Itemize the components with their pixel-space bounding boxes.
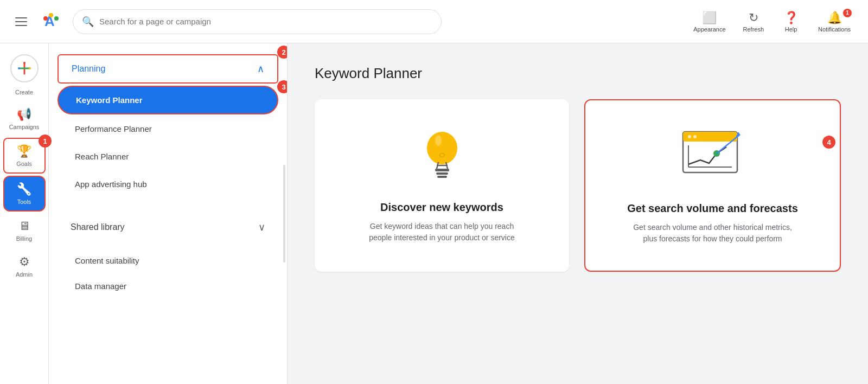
svg-point-8 — [29, 67, 31, 69]
sidebar-tools-label: Tools — [17, 199, 31, 205]
notification-badge: 1 — [843, 9, 852, 17]
svg-point-21 — [693, 135, 697, 138]
billing-icon: 🖥 — [18, 219, 30, 233]
content-area: 4 Keyword Planner — [288, 43, 868, 384]
data-manager-label: Data manager — [75, 281, 126, 291]
campaigns-icon: 📢 — [17, 107, 31, 121]
notifications-button[interactable]: 🔔 1 Notifications — [812, 8, 857, 36]
search-volume-desc: Get search volume and other historical m… — [631, 222, 794, 245]
sidebar-item-tools[interactable]: 🔧 Tools — [3, 176, 46, 212]
app-advertising-label: App advertising hub — [75, 180, 147, 189]
svg-point-3 — [49, 13, 53, 17]
planning-label: Planning — [72, 64, 105, 74]
planning-chevron-up-icon: ∧ — [257, 63, 264, 75]
create-label: Create — [15, 89, 33, 95]
planning-section: Planning ∧ Keyword Planner Performance P… — [49, 43, 287, 203]
svg-point-20 — [688, 135, 691, 138]
sidebar-item-admin[interactable]: ⚙ Admin — [3, 249, 46, 283]
nav-item-app-advertising[interactable]: App advertising hub — [58, 171, 278, 197]
create-icon — [10, 54, 39, 82]
nav-panel: 2 3 Planning ∧ Keyword Planner Performan… — [49, 43, 288, 384]
sidebar-item-goals[interactable]: 🏆 Goals — [3, 138, 46, 174]
discover-keywords-card[interactable]: Discover new keywords Get keyword ideas … — [315, 99, 569, 272]
sidebar-admin-label: Admin — [16, 271, 33, 278]
topbar: A 🔍 ⬜ Appearance ↻ Refresh ❓ Help 🔔 1 No… — [0, 0, 868, 43]
sidebar-campaigns-label: Campaigns — [9, 124, 40, 130]
scrollbar-track[interactable] — [283, 165, 285, 263]
chart-icon — [678, 126, 748, 188]
goals-icon: 🏆 — [17, 144, 31, 158]
shared-library-section: Shared library ∨ — [49, 203, 287, 247]
sidebar: 1 Create 📢 Campaigns 🏆 Goals — [0, 43, 49, 384]
nav-item-reach-planner[interactable]: Reach Planner — [58, 143, 278, 170]
main-layout: 1 Create 📢 Campaigns 🏆 Goals — [0, 43, 868, 384]
create-button[interactable]: Create — [3, 50, 46, 100]
nav-data-manager[interactable]: Data manager — [58, 274, 278, 298]
refresh-label: Refresh — [743, 26, 764, 33]
svg-rect-15 — [435, 169, 449, 171]
svg-point-4 — [54, 16, 59, 21]
hamburger-menu[interactable] — [11, 13, 31, 30]
tools-icon: 🔧 — [17, 182, 31, 196]
search-input[interactable] — [99, 17, 432, 26]
svg-point-9 — [18, 67, 20, 69]
nav-content-suitability[interactable]: Content suitability — [58, 248, 278, 273]
shared-library-header[interactable]: Shared library ∨ — [58, 214, 278, 241]
page-title: Keyword Planner — [315, 65, 841, 82]
sidebar-billing-label: Billing — [16, 235, 32, 242]
performance-planner-label: Performance Planner — [75, 124, 152, 133]
nav-item-performance-planner[interactable]: Performance Planner — [58, 116, 278, 142]
refresh-icon: ↻ — [749, 11, 758, 25]
help-button[interactable]: ❓ Help — [775, 8, 807, 36]
keyword-planner-label: Keyword Planner — [76, 95, 143, 105]
admin-icon: ⚙ — [19, 255, 30, 269]
google-ads-logo: A — [40, 11, 62, 33]
appearance-icon: ⬜ — [702, 11, 717, 25]
shared-library-chevron-down-icon: ∨ — [258, 221, 265, 233]
topbar-left: A — [11, 11, 62, 33]
help-label: Help — [785, 26, 797, 33]
search-bar[interactable]: 🔍 — [73, 9, 442, 34]
notifications-label: Notifications — [818, 26, 851, 33]
planning-section-header[interactable]: Planning ∧ — [58, 54, 278, 84]
svg-rect-17 — [437, 176, 447, 178]
cards-row: Discover new keywords Get keyword ideas … — [315, 99, 841, 272]
svg-point-2 — [43, 16, 48, 21]
search-volume-title: Get search volume and forecasts — [627, 201, 798, 215]
sidebar-goals-label: Goals — [16, 161, 32, 167]
appearance-button[interactable]: ⬜ Appearance — [687, 8, 732, 36]
shared-library-label: Shared library — [71, 222, 125, 232]
appearance-label: Appearance — [693, 26, 725, 33]
notifications-icon: 🔔 — [827, 11, 842, 25]
lightbulb-icon — [418, 125, 467, 187]
svg-point-11 — [435, 135, 442, 146]
discover-keywords-desc: Get keyword ideas that can help you reac… — [361, 221, 524, 244]
svg-rect-16 — [436, 172, 448, 175]
sidebar-item-billing[interactable]: 🖥 Billing — [3, 214, 46, 247]
svg-point-10 — [427, 132, 457, 164]
content-suitability-label: Content suitability — [75, 256, 139, 265]
reach-planner-label: Reach Planner — [75, 152, 129, 161]
nav-item-keyword-planner[interactable]: Keyword Planner — [58, 86, 278, 114]
help-icon: ❓ — [784, 11, 799, 25]
svg-point-7 — [23, 62, 25, 64]
discover-keywords-title: Discover new keywords — [380, 200, 503, 214]
refresh-button[interactable]: ↻ Refresh — [737, 8, 771, 36]
sidebar-item-campaigns[interactable]: 📢 Campaigns — [3, 102, 46, 136]
search-icon: 🔍 — [82, 16, 94, 28]
topbar-right: ⬜ Appearance ↻ Refresh ❓ Help 🔔 1 Notifi… — [687, 8, 857, 36]
search-volume-card[interactable]: Get search volume and forecasts Get sear… — [584, 99, 841, 272]
